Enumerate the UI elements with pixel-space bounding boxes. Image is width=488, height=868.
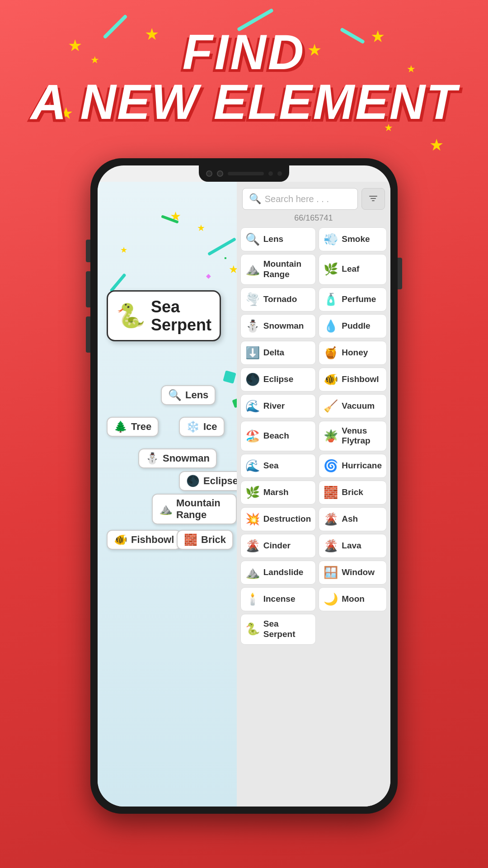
element-item-name-10: Eclipse (263, 374, 294, 385)
game-confetti-4 (232, 397, 236, 408)
element-item-window[interactable]: 🪟Window (319, 561, 387, 585)
element-item-icon-5: 🧴 (324, 292, 338, 307)
game-element-lens[interactable]: 🔍 Lens (161, 385, 216, 405)
element-item-name-13: Vacuum (342, 401, 375, 411)
element-item-hurricane[interactable]: 🌀Hurricane (319, 454, 387, 478)
element-item-name-12: River (263, 401, 285, 411)
element-item-cinder[interactable]: 🌋Cinder (240, 534, 316, 558)
element-item-destruction[interactable]: 💥Destruction (240, 507, 316, 531)
element-item-mountain-range[interactable]: ⛰️Mountain Range (240, 254, 316, 285)
element-item-brick[interactable]: 🧱Brick (319, 481, 387, 505)
search-icon: 🔍 (249, 193, 261, 205)
element-item-icon-16: 🌊 (245, 459, 260, 473)
notch-sensor (268, 171, 273, 176)
title-line2: A NEW ELEMENT (0, 77, 488, 127)
game-element-ice[interactable]: ❄️ Ice (179, 417, 225, 437)
items-grid: 🔍Lens💨Smoke⛰️Mountain Range🌿Leaf🌪️Tornad… (237, 226, 390, 807)
game-line-2 (109, 273, 127, 292)
svg-rect-0 (369, 196, 377, 197)
element-item-name-27: Moon (342, 594, 365, 604)
element-item-icon-18: 🌿 (245, 486, 260, 500)
notch-camera-3 (277, 171, 282, 176)
element-item-name-20: Destruction (263, 514, 311, 524)
phone-vol-btn-2[interactable] (86, 271, 90, 307)
element-item-ash[interactable]: 🌋Ash (319, 507, 387, 531)
element-item-sea-serpent[interactable]: 🐍Sea Serpent (240, 614, 316, 645)
game-element-tree[interactable]: 🌲 Tree (107, 417, 159, 437)
element-item-icon-23: 🌋 (324, 539, 338, 553)
phone-screen: ★ ★ ★ ★ ◆ ▪ 🐍 SeaSerpent (98, 165, 390, 807)
element-item-icon-4: 🌪️ (245, 292, 260, 307)
element-item-icon-2: ⛰️ (245, 262, 260, 276)
element-item-moon[interactable]: 🌙Moon (319, 587, 387, 611)
count-label: 66/165741 (237, 212, 390, 226)
search-placeholder: Search here . . . (265, 194, 329, 204)
element-item-beach[interactable]: 🏖️Beach (240, 421, 316, 452)
phone-vol-btn-3[interactable] (86, 316, 90, 353)
game-element-snowman-label: Snowman (163, 453, 210, 464)
element-item-incense[interactable]: 🕯️Incense (240, 587, 316, 611)
element-item-snowman[interactable]: ⛄Snowman (240, 314, 316, 338)
element-item-name-3: Leaf (342, 264, 359, 274)
game-element-brick-icon: 🧱 (184, 533, 197, 546)
game-line-1 (207, 237, 236, 256)
element-item-delta[interactable]: ⬇️Delta (240, 341, 316, 365)
element-item-tornado[interactable]: 🌪️Tornado (240, 288, 316, 311)
svg-rect-2 (372, 200, 375, 201)
element-item-river[interactable]: 🌊River (240, 394, 316, 418)
game-element-fishbowl[interactable]: 🐠 Fishbowl (107, 530, 181, 550)
element-item-smoke[interactable]: 💨Smoke (319, 227, 387, 251)
element-item-venus-flytrap[interactable]: 🪴Venus Flytrap (319, 421, 387, 452)
element-item-icon-7: 💧 (324, 319, 338, 333)
element-item-honey[interactable]: 🍯Honey (319, 341, 387, 365)
game-element-lens-label: Lens (185, 389, 208, 401)
game-element-fishbowl-icon: 🐠 (114, 533, 127, 546)
title-line1: FIND (0, 27, 488, 77)
game-element-ice-icon: ❄️ (186, 420, 200, 433)
element-item-fishbowl[interactable]: 🐠Fishbowl (319, 368, 387, 392)
element-item-lens[interactable]: 🔍Lens (240, 227, 316, 251)
element-item-name-14: Beach (263, 431, 289, 441)
element-item-name-15: Venus Flytrap (342, 426, 382, 447)
element-item-icon-1: 💨 (324, 232, 338, 246)
element-item-landslide[interactable]: ⛰️Landslide (240, 561, 316, 585)
element-item-name-18: Marsh (263, 487, 289, 498)
filter-icon (368, 193, 379, 204)
phone-vol-btn-1[interactable] (86, 240, 90, 262)
game-area[interactable]: ★ ★ ★ ★ ◆ ▪ 🐍 SeaSerpent (98, 182, 237, 807)
game-element-brick[interactable]: 🧱 Brick (177, 530, 233, 550)
game-element-snowman[interactable]: ⛄ Snowman (138, 448, 217, 468)
phone-power-btn[interactable] (398, 258, 402, 289)
element-item-name-2: Mountain Range (263, 259, 311, 280)
game-element-eclipse-label: Eclipse (203, 475, 237, 487)
element-item-vacuum[interactable]: 🧹Vacuum (319, 394, 387, 418)
element-item-icon-3: 🌿 (324, 262, 338, 276)
element-item-marsh[interactable]: 🌿Marsh (240, 481, 316, 505)
notch-camera-1 (206, 170, 212, 177)
element-item-name-1: Smoke (342, 234, 370, 245)
element-item-icon-26: 🕯️ (245, 592, 260, 606)
element-item-icon-14: 🏖️ (245, 429, 260, 443)
element-item-lava[interactable]: 🌋Lava (319, 534, 387, 558)
element-item-sea[interactable]: 🌊Sea (240, 454, 316, 478)
element-item-icon-25: 🪟 (324, 566, 338, 580)
element-item-perfume[interactable]: 🧴Perfume (319, 288, 387, 311)
element-item-name-5: Perfume (342, 294, 376, 305)
element-item-name-16: Sea (263, 461, 279, 471)
game-star-4: ★ (229, 263, 237, 276)
filter-button[interactable] (361, 188, 385, 210)
game-element-mountain-label: Mountain Range (176, 497, 230, 521)
element-item-icon-11: 🐠 (324, 373, 338, 387)
element-item-name-4: Tornado (263, 294, 297, 305)
game-star-3: ★ (120, 245, 127, 255)
search-input-wrapper[interactable]: 🔍 Search here . . . (242, 188, 358, 210)
element-item-name-0: Lens (263, 234, 283, 245)
element-item-name-26: Incense (263, 594, 296, 604)
element-item-puddle[interactable]: 💧Puddle (319, 314, 387, 338)
search-bar: 🔍 Search here . . . (237, 182, 390, 212)
game-element-mountain-icon: ⛰️ (159, 503, 173, 515)
game-element-mountain[interactable]: ⛰️ Mountain Range (152, 494, 237, 524)
game-element-eclipse[interactable]: 🌑 Eclipse (179, 471, 237, 491)
element-item-leaf[interactable]: 🌿Leaf (319, 254, 387, 285)
element-item-eclipse[interactable]: 🌑Eclipse (240, 368, 316, 392)
